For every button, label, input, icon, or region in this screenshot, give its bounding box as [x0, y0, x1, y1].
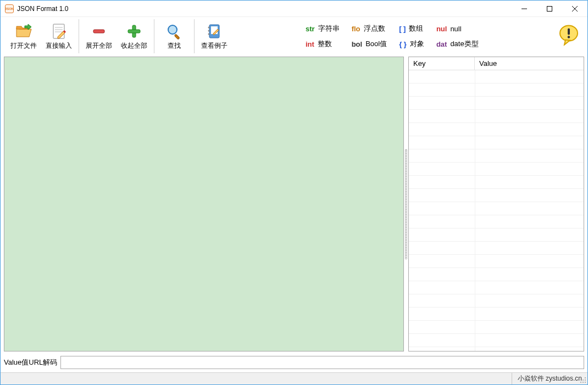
legend-dat-tag: dat — [436, 40, 447, 48]
open-file-button[interactable]: 打开文件 — [6, 19, 41, 53]
legend-arr-label: 数组 — [409, 24, 423, 34]
tool-group-file: 打开文件 直接输入 — [4, 19, 79, 53]
svg-point-21 — [585, 377, 586, 378]
svg-point-25 — [583, 382, 584, 383]
maximize-icon — [547, 6, 552, 12]
kv-column-key[interactable]: Key — [409, 57, 475, 70]
kv-column-value[interactable]: Value — [475, 57, 584, 70]
svg-point-20 — [568, 36, 570, 38]
svg-point-23 — [585, 380, 586, 381]
legend-arr: [ ] 数组 — [399, 24, 424, 34]
expand-all-label: 展开全部 — [86, 41, 112, 51]
legend-flo-tag: flo — [352, 25, 360, 33]
svg-rect-12 — [174, 34, 180, 40]
splitter[interactable] — [404, 57, 408, 351]
edit-document-icon — [50, 23, 68, 40]
legend-str-tag: str — [306, 25, 315, 33]
svg-point-24 — [580, 382, 581, 383]
minus-icon — [90, 23, 108, 40]
legend-nul-label: null — [450, 25, 461, 33]
app-icon: JSON — [5, 4, 14, 13]
direct-input-label: 直接输入 — [46, 41, 72, 51]
svg-rect-1 — [547, 6, 552, 11]
svg-point-26 — [585, 382, 586, 383]
view-example-label: 查看例子 — [201, 41, 228, 51]
close-icon — [572, 6, 578, 12]
collapse-all-button[interactable]: 收起全部 — [117, 19, 152, 53]
resize-grip-icon[interactable] — [579, 376, 587, 384]
legend-bol: bol Bool值 — [352, 39, 387, 49]
svg-rect-8 — [93, 30, 104, 33]
window-controls — [512, 1, 587, 16]
alert-icon — [558, 24, 580, 46]
legend-flo: flo 浮点数 — [352, 24, 387, 34]
svg-point-22 — [583, 380, 584, 381]
splitter-handle-icon — [405, 149, 407, 259]
legend-nul-tag: nul — [436, 25, 447, 33]
json-tree-panel[interactable] — [4, 57, 404, 351]
tool-group-tree: 展开全部 收起全部 — [79, 19, 154, 53]
legend-obj-tag: { } — [399, 40, 407, 48]
toolbar: 打开文件 直接输入 — [1, 17, 587, 54]
view-example-button[interactable]: 查看例子 — [197, 19, 232, 53]
alert-button[interactable] — [558, 24, 580, 48]
open-file-label: 打开文件 — [10, 41, 37, 51]
collapse-all-label: 收起全部 — [121, 41, 147, 51]
minimize-icon — [522, 6, 527, 12]
main-content: Key Value — [1, 54, 587, 354]
legend-str-label: 字符串 — [318, 24, 340, 34]
legend-flo-label: 浮点数 — [364, 24, 385, 34]
legend-obj: { } 对象 — [399, 39, 424, 49]
legend-nul: nul null — [436, 24, 479, 34]
legend-bol-tag: bol — [352, 40, 363, 48]
expand-all-button[interactable]: 展开全部 — [81, 19, 117, 53]
legend-dat-label: date类型 — [450, 39, 478, 49]
folder-open-icon — [15, 23, 32, 40]
kv-header: Key Value — [409, 57, 584, 70]
titlebar: JSON JSON Format 1.0 — [1, 1, 587, 17]
url-decode-input[interactable] — [60, 356, 584, 369]
legend-int-label: 整数 — [318, 39, 332, 49]
find-label: 查找 — [168, 41, 181, 51]
key-value-panel: Key Value — [408, 57, 584, 351]
close-button[interactable] — [562, 1, 587, 16]
svg-point-16 — [208, 30, 210, 31]
maximize-button[interactable] — [537, 1, 562, 16]
status-credit: 小焱软件 zystudios.cn — [512, 373, 587, 384]
legend-int-tag: int — [306, 40, 314, 48]
svg-point-11 — [168, 25, 177, 34]
legend-str: str 字符串 — [306, 24, 340, 34]
find-button[interactable]: 查找 — [157, 19, 192, 53]
notebook-icon — [206, 23, 223, 40]
legend-dat: dat date类型 — [436, 39, 479, 49]
svg-point-15 — [208, 26, 210, 28]
statusbar: 小焱软件 zystudios.cn — [1, 372, 587, 384]
window-title: JSON Format 1.0 — [17, 5, 68, 13]
svg-rect-10 — [128, 30, 140, 33]
plus-icon — [125, 23, 143, 40]
search-icon — [165, 23, 183, 40]
minimize-button[interactable] — [512, 1, 537, 16]
tool-group-find: 查找 — [154, 19, 195, 53]
url-decode-label: Value值URL解码 — [4, 358, 57, 367]
legend-arr-tag: [ ] — [399, 25, 406, 33]
url-decode-bar: Value值URL解码 — [1, 354, 587, 372]
tool-group-example: 查看例子 — [195, 19, 234, 53]
legend-int: int 整数 — [306, 39, 340, 49]
legend-obj-label: 对象 — [410, 39, 424, 49]
direct-input-button[interactable]: 直接输入 — [41, 19, 76, 53]
kv-grid[interactable] — [409, 70, 584, 351]
legend-bol-label: Bool值 — [365, 39, 387, 49]
svg-rect-19 — [568, 29, 570, 35]
type-legend: str 字符串 flo 浮点数 [ ] 数组 nul null int 整数 b… — [234, 19, 584, 53]
svg-point-17 — [208, 33, 210, 35]
app-window: JSON JSON Format 1.0 — [0, 0, 588, 385]
